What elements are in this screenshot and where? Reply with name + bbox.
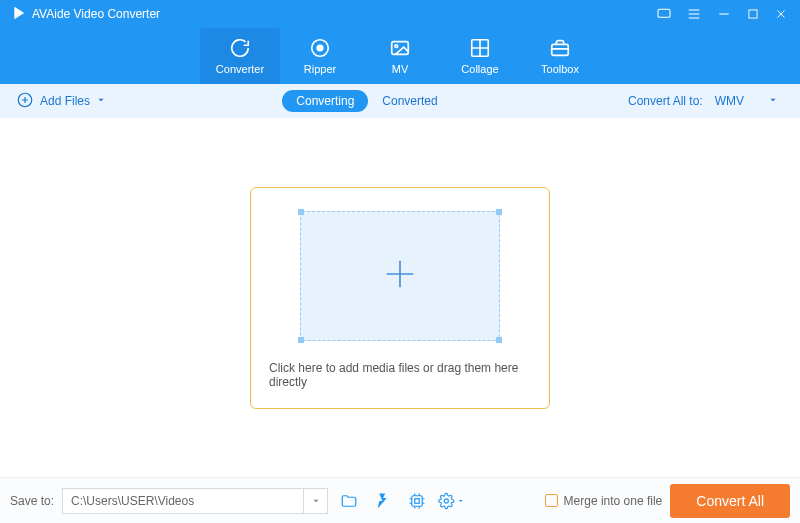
checkbox-icon [545, 494, 558, 507]
tab-toolbox[interactable]: Toolbox [520, 28, 600, 84]
bottom-bar: Save to: C:\Users\USER\Videos Merge into… [0, 477, 800, 523]
feedback-icon[interactable] [656, 6, 672, 22]
merge-label: Merge into one file [564, 494, 663, 508]
plus-circle-icon [16, 91, 34, 112]
mv-icon [389, 37, 411, 59]
app-logo: AVAide Video Converter [12, 6, 160, 23]
tab-ripper[interactable]: Ripper [280, 28, 360, 84]
convert-all-button[interactable]: Convert All [670, 484, 790, 518]
play-icon [12, 6, 26, 23]
status-tabs: Converting Converted [282, 90, 451, 112]
pill-converted[interactable]: Converted [368, 90, 451, 112]
window-controls [656, 6, 788, 22]
menu-icon[interactable] [686, 6, 702, 22]
tab-label: Toolbox [541, 63, 579, 75]
plus-icon [380, 254, 420, 298]
ripper-icon [309, 37, 331, 59]
chevron-down-icon [768, 94, 778, 108]
speed-button[interactable] [370, 488, 396, 514]
close-icon[interactable] [774, 7, 788, 21]
tab-label: Collage [461, 63, 498, 75]
svg-rect-4 [392, 42, 409, 55]
gpu-button[interactable] [404, 488, 430, 514]
tab-mv[interactable]: MV [360, 28, 440, 84]
settings-button[interactable] [438, 488, 464, 514]
tab-collage[interactable]: Collage [440, 28, 520, 84]
svg-point-3 [317, 45, 323, 51]
svg-rect-0 [658, 9, 670, 17]
svg-rect-10 [415, 498, 420, 503]
save-to-label: Save to: [10, 494, 54, 508]
tab-label: Converter [216, 63, 264, 75]
svg-rect-7 [552, 44, 569, 55]
convert-all-to-label: Convert All to: [628, 94, 703, 108]
path-dropdown-button[interactable] [303, 489, 327, 513]
tab-label: Ripper [304, 63, 336, 75]
titlebar: AVAide Video Converter [0, 0, 800, 28]
svg-point-11 [444, 498, 448, 502]
open-folder-button[interactable] [336, 488, 362, 514]
add-files-button[interactable]: Add Files [16, 91, 106, 112]
chevron-down-icon [96, 94, 106, 108]
svg-point-5 [395, 45, 398, 48]
maximize-icon[interactable] [746, 7, 760, 21]
save-path: C:\Users\USER\Videos [63, 494, 303, 508]
add-files-label: Add Files [40, 94, 90, 108]
collage-icon [469, 37, 491, 59]
converter-icon [229, 37, 251, 59]
main-area: Click here to add media files or drag th… [0, 118, 800, 477]
tab-converter[interactable]: Converter [200, 28, 280, 84]
dropzone-text: Click here to add media files or drag th… [269, 361, 531, 389]
drop-target [300, 211, 500, 341]
svg-rect-1 [749, 10, 757, 18]
format-value: WMV [715, 94, 744, 108]
toolbox-icon [549, 37, 571, 59]
format-select[interactable]: WMV [709, 90, 784, 112]
minimize-icon[interactable] [716, 6, 732, 22]
options-bar: Add Files Converting Converted Convert A… [0, 84, 800, 118]
save-path-select: C:\Users\USER\Videos [62, 488, 328, 514]
dropzone[interactable]: Click here to add media files or drag th… [250, 187, 550, 409]
merge-checkbox[interactable]: Merge into one file [545, 494, 663, 508]
pill-converting[interactable]: Converting [282, 90, 368, 112]
tab-label: MV [392, 63, 409, 75]
nav-tabs: Converter Ripper MV Collage Toolbox [0, 28, 800, 84]
app-title: AVAide Video Converter [32, 7, 160, 21]
convert-all-to: Convert All to: WMV [628, 90, 784, 112]
svg-rect-9 [412, 495, 423, 506]
